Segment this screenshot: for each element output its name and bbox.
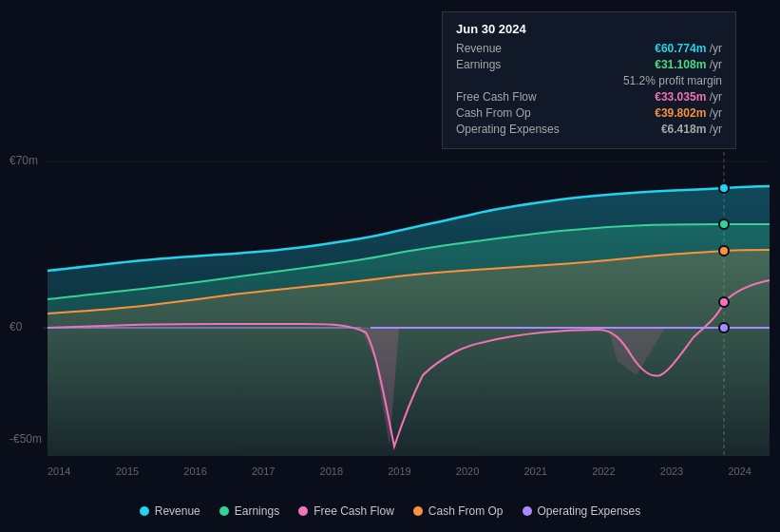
- legend-earnings-dot: [219, 506, 229, 516]
- legend-cashop[interactable]: Cash From Op: [413, 504, 504, 518]
- legend-opex[interactable]: Operating Expenses: [523, 504, 641, 518]
- x-label-2021: 2021: [523, 466, 546, 477]
- y-label-70m: €70m: [10, 154, 38, 167]
- x-label-2018: 2018: [320, 466, 343, 477]
- svg-point-3: [719, 183, 729, 193]
- x-label-2017: 2017: [252, 466, 275, 477]
- tooltip-margin: 51.2% profit margin: [456, 74, 722, 87]
- x-label-2024: 2024: [728, 466, 751, 477]
- legend-fcf-label: Free Cash Flow: [314, 504, 394, 518]
- tooltip-revenue: Revenue €60.774m /yr: [456, 42, 722, 55]
- tooltip-opex: Operating Expenses €6.418m /yr: [456, 123, 722, 136]
- chart-container: €70m €0 -€50m 2014 2015 2016 2017 2018 2…: [0, 0, 780, 532]
- tooltip-date: Jun 30 2024: [456, 22, 722, 36]
- legend-revenue-label: Revenue: [155, 504, 200, 518]
- tooltip-cashop-value: €39.802m /yr: [655, 106, 722, 120]
- legend-cashop-dot: [413, 506, 423, 516]
- x-label-2020: 2020: [456, 466, 479, 477]
- legend-earnings-label: Earnings: [235, 504, 279, 518]
- svg-point-6: [719, 246, 729, 256]
- legend-fcf[interactable]: Free Cash Flow: [298, 504, 394, 518]
- tooltip-earnings-label: Earnings: [456, 58, 501, 71]
- legend-revenue-dot: [140, 506, 149, 516]
- tooltip-opex-value: €6.418m /yr: [661, 123, 722, 136]
- chart-legend: Revenue Earnings Free Cash Flow Cash Fro…: [0, 504, 780, 518]
- y-label-neg50m: -€50m: [10, 432, 42, 446]
- svg-point-7: [719, 323, 729, 332]
- svg-point-5: [719, 297, 729, 307]
- x-label-2016: 2016: [183, 466, 206, 477]
- tooltip-revenue-value: €60.774m /yr: [655, 42, 722, 55]
- legend-earnings[interactable]: Earnings: [219, 504, 279, 518]
- tooltip-earnings: Earnings €31.108m /yr: [456, 58, 722, 71]
- y-label-0: €0: [10, 320, 22, 333]
- tooltip-fcf-value: €33.035m /yr: [655, 90, 722, 104]
- tooltip-fcf: Free Cash Flow €33.035m /yr: [456, 90, 722, 104]
- legend-fcf-dot: [298, 506, 308, 516]
- tooltip-earnings-value: €31.108m /yr: [655, 58, 722, 71]
- x-label-2014: 2014: [48, 466, 70, 477]
- x-label-2015: 2015: [116, 466, 139, 477]
- legend-opex-label: Operating Expenses: [538, 504, 641, 518]
- tooltip-box: Jun 30 2024 Revenue €60.774m /yr Earning…: [442, 11, 736, 149]
- tooltip-cashop: Cash From Op €39.802m /yr: [456, 106, 722, 120]
- tooltip-margin-value: 51.2% profit margin: [623, 74, 722, 87]
- tooltip-fcf-label: Free Cash Flow: [456, 90, 537, 104]
- svg-point-4: [719, 219, 729, 229]
- x-label-2022: 2022: [592, 466, 615, 477]
- tooltip-cashop-label: Cash From Op: [456, 106, 531, 120]
- x-label-2019: 2019: [388, 466, 410, 477]
- legend-opex-dot: [523, 506, 532, 516]
- legend-revenue[interactable]: Revenue: [140, 504, 200, 518]
- tooltip-opex-label: Operating Expenses: [456, 123, 560, 136]
- legend-cashop-label: Cash From Op: [428, 504, 504, 518]
- x-axis-labels: 2014 2015 2016 2017 2018 2019 2020 2021 …: [0, 466, 780, 477]
- x-label-2023: 2023: [660, 466, 683, 477]
- tooltip-revenue-label: Revenue: [456, 42, 502, 55]
